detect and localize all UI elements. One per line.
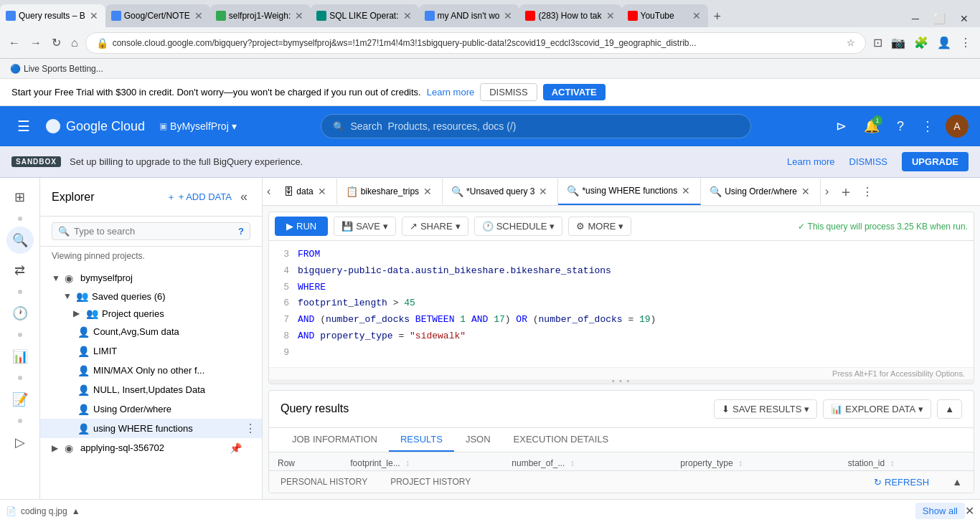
tab-selfproj[interactable]: selfproj1-Weigh: ✕ — [210, 4, 311, 27]
schedule-btn[interactable]: 🕐 SCHEDULE ▾ — [474, 217, 563, 236]
side-icon-grid[interactable]: ⊞ — [9, 184, 31, 211]
tab-how-to-take[interactable]: (283) How to tak ✕ — [519, 4, 621, 27]
window-minimize-btn[interactable]: ─ — [906, 10, 925, 27]
save-results-btn[interactable]: ⬇ SAVE RESULTS ▾ — [714, 399, 817, 419]
collapse-results-btn[interactable]: ▲ — [937, 399, 962, 419]
query-tab-bikeshare[interactable]: 📋 bikeshare_trips ✕ — [337, 179, 443, 204]
refresh-results-btn[interactable]: ↻ REFRESH — [874, 477, 929, 488]
promo-learn-more-link[interactable]: Learn more — [427, 87, 474, 98]
gc-avatar[interactable]: A — [946, 115, 969, 138]
sandbox-learn-more-link[interactable]: Learn more — [787, 156, 834, 167]
collapse-history-btn[interactable]: ▲ — [952, 476, 962, 488]
side-icon-transfer[interactable]: ⇄ — [9, 257, 31, 284]
gc-notifications-btn[interactable]: 🔔 1 — [858, 113, 885, 140]
tree-item-limit[interactable]: 👤 LIMIT ⋮ — [40, 341, 262, 361]
col-resize-icon[interactable]: ↕ — [405, 458, 410, 468]
results-tab-execution[interactable]: EXECUTION DETAILS — [502, 428, 621, 452]
more-btn[interactable]: ⚙ MORE ▾ — [568, 217, 631, 236]
tab-close-btn[interactable]: ✕ — [402, 9, 413, 23]
tab-query-results[interactable]: Query results – B ✕ — [0, 4, 105, 27]
results-tab-json[interactable]: JSON — [454, 428, 502, 452]
show-all-btn[interactable]: Show all — [915, 503, 965, 519]
more-options-btn[interactable]: ⋮ — [957, 33, 974, 52]
save-btn[interactable]: 💾 SAVE ▾ — [334, 217, 396, 236]
tree-item-order[interactable]: 👤 Using Order/where ⋮ — [40, 399, 262, 419]
col-resize-icon[interactable]: ↕ — [890, 458, 895, 468]
sandbox-dismiss-btn[interactable]: DISMISS — [844, 153, 893, 170]
tab-next-btn[interactable]: › — [821, 181, 833, 202]
refresh-btn[interactable]: ↻ — [49, 33, 64, 52]
explorer-collapse-btn[interactable]: « — [237, 186, 250, 207]
tab-close-btn[interactable]: ✕ — [605, 9, 616, 23]
side-icon-chart[interactable]: 📊 — [6, 343, 34, 370]
tab-close-btn[interactable]: ✕ — [193, 9, 204, 23]
side-icon-compose[interactable]: 📝 — [6, 386, 34, 413]
tab-close-icon[interactable]: ✕ — [316, 184, 328, 199]
personal-history-tab[interactable]: PERSONAL HISTORY — [281, 475, 367, 488]
share-btn[interactable]: ↗ SHARE ▾ — [402, 217, 468, 236]
gc-project-selector[interactable]: ▣ ByMyselfProj ▾ — [154, 118, 242, 135]
side-icon-history[interactable]: 🕐 — [6, 300, 34, 327]
gc-help-btn[interactable]: ? — [891, 113, 910, 140]
gc-settings-btn[interactable]: ⋮ — [915, 113, 940, 140]
side-icon-search[interactable]: 🔍 — [6, 227, 34, 254]
tab-close-icon[interactable]: ✕ — [537, 184, 549, 199]
search-help-icon[interactable]: ? — [238, 226, 244, 237]
window-maximize-btn[interactable]: ⬜ — [928, 10, 951, 27]
extensions-btn[interactable]: 🧩 — [911, 33, 931, 52]
screenshot-btn[interactable]: 📷 — [888, 33, 908, 52]
more-tabs-btn[interactable]: ⋮ — [859, 182, 876, 201]
cast-btn[interactable]: ⊡ — [870, 33, 885, 52]
tab-close-icon[interactable]: ✕ — [422, 184, 433, 199]
gc-search-input[interactable] — [350, 120, 739, 132]
tree-item-minmax[interactable]: 👤 MIN/MAX Only no other f... ⋮ — [40, 361, 262, 380]
forward-btn[interactable]: → — [27, 34, 44, 52]
code-editor[interactable]: 3 FROM 4 bigquery-public-data.austin_bik… — [269, 241, 974, 367]
run-btn[interactable]: ▶ RUN — [275, 217, 328, 236]
tab-close-icon[interactable]: ✕ — [800, 184, 811, 199]
results-tab-job-info[interactable]: JOB INFORMATION — [281, 428, 389, 452]
tree-item-saved-queries[interactable]: ▼ 👥 Saved queries (6) — [40, 288, 262, 305]
tree-item-null[interactable]: 👤 NULL, Insert,Updates Data ⋮ — [40, 380, 262, 399]
tab-goog-cert[interactable]: Goog/Cert/NOTE ✕ — [105, 4, 210, 27]
bookmark-star-icon[interactable]: ☆ — [847, 37, 855, 48]
back-btn[interactable]: ← — [6, 34, 23, 52]
add-tab-btn[interactable]: ＋ — [833, 179, 859, 204]
tree-item-count[interactable]: 👤 Count,Avg,Sum data ⋮ — [40, 322, 262, 341]
query-tab-unsaved3[interactable]: 🔍 *Unsaved query 3 ✕ — [443, 179, 558, 204]
tab-close-btn[interactable]: ✕ — [293, 9, 305, 23]
gc-menu-btn[interactable]: ☰ — [11, 112, 36, 141]
tab-my-and[interactable]: my AND isn't wo ✕ — [419, 4, 520, 27]
sandbox-upgrade-btn[interactable]: UPGRADE — [902, 152, 969, 171]
gc-cloud-shell-btn[interactable]: ⊳ — [830, 113, 852, 140]
tree-item-project-queries[interactable]: ▶ 👥 Project queries — [40, 305, 262, 322]
bookmark-live-sports[interactable]: 🔵 Live Sports Betting... — [6, 62, 108, 75]
col-resize-icon[interactable]: ↕ — [738, 458, 743, 468]
tab-youtube[interactable]: YouTube ✕ — [622, 4, 708, 27]
query-tab-order[interactable]: 🔍 Using Order/where ✕ — [701, 179, 821, 204]
side-icon-expand[interactable]: ▷ — [9, 429, 31, 456]
tab-prev-btn[interactable]: ‹ — [263, 181, 275, 202]
add-data-btn[interactable]: ＋ + ADD DATA — [166, 191, 232, 204]
tab-close-btn[interactable]: ✕ — [502, 9, 514, 23]
new-tab-btn[interactable]: + — [708, 6, 727, 27]
query-tab-data[interactable]: 🗄 data ✕ — [275, 179, 336, 204]
explore-data-btn[interactable]: 📊 EXPLORE DATA ▾ — [823, 399, 931, 419]
project-history-tab[interactable]: PROJECT HISTORY — [390, 475, 471, 488]
tab-close-btn[interactable]: ✕ — [88, 9, 100, 23]
col-resize-icon[interactable]: ↕ — [570, 458, 575, 468]
resize-handle[interactable]: • • • — [269, 379, 974, 384]
promo-dismiss-btn[interactable]: DISMISS — [480, 83, 537, 101]
tree-item-applying-sql[interactable]: ▶ ◉ applying-sql-356702 📌 ⋮ — [40, 438, 262, 457]
query-tab-where-functions[interactable]: 🔍 *using WHERE functions ✕ — [558, 178, 701, 205]
explorer-search-input[interactable] — [74, 226, 234, 237]
gc-search-bar[interactable]: 🔍 — [321, 114, 751, 138]
promo-activate-btn[interactable]: ACTIVATE — [543, 84, 606, 100]
url-bar[interactable]: 🔒 console.cloud.google.com/bigquery?proj… — [85, 32, 866, 54]
tree-item-bymyselfproj[interactable]: ▼ ◉ bymyselfproj ⋮ — [40, 268, 262, 288]
tree-menu-btn[interactable]: ⋮ — [245, 422, 256, 435]
home-btn[interactable]: ⌂ — [68, 34, 81, 52]
close-bottom-btn[interactable]: ✕ — [965, 504, 974, 518]
tab-close-icon[interactable]: ✕ — [680, 184, 692, 198]
tab-close-btn[interactable]: ✕ — [691, 9, 702, 23]
